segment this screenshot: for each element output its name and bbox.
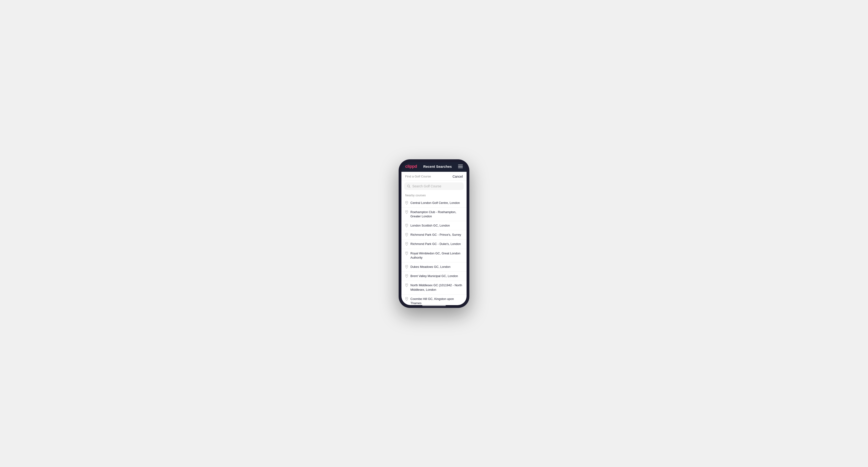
course-name: North Middlesex GC (1011942 - North Midd… — [410, 283, 463, 292]
location-pin-icon — [405, 252, 408, 255]
course-name: Richmond Park GC - Duke's, London — [410, 242, 461, 246]
svg-point-8 — [406, 266, 407, 267]
course-name: Central London Golf Centre, London — [410, 201, 460, 205]
phone-device: clippd Recent Searches Find a Golf Cours… — [399, 159, 469, 308]
find-header: Find a Golf Course Cancel — [401, 172, 467, 181]
app-logo: clippd — [405, 164, 417, 169]
location-pin-icon — [405, 274, 408, 278]
location-pin-icon — [405, 233, 408, 237]
svg-point-9 — [406, 275, 407, 276]
location-pin-icon — [405, 283, 408, 287]
svg-point-7 — [406, 252, 407, 253]
location-pin-icon — [405, 224, 408, 227]
cancel-button[interactable]: Cancel — [453, 175, 463, 178]
course-list-item[interactable]: Richmond Park GC - Prince's, Surrey — [401, 230, 467, 240]
course-name: Richmond Park GC - Prince's, Surrey — [410, 233, 461, 237]
search-input-box[interactable]: Search Golf Course — [404, 182, 464, 190]
svg-point-10 — [406, 284, 407, 285]
nearby-label: Nearby courses — [401, 192, 467, 198]
nearby-section: Nearby courses Central London Golf Centr… — [401, 192, 467, 305]
location-pin-icon — [405, 210, 408, 214]
search-container: Find a Golf Course Cancel Search Golf Co… — [401, 172, 467, 305]
course-name: Coombe Hill GC, Kingston upon Thames — [410, 297, 463, 305]
home-indicator — [422, 305, 446, 306]
course-list-item[interactable]: Dukes Meadows GC, London — [401, 262, 467, 272]
search-icon — [407, 185, 410, 188]
search-input-wrapper: Search Golf Course — [401, 181, 467, 192]
find-label: Find a Golf Course — [405, 175, 431, 178]
course-list-item[interactable]: Coombe Hill GC, Kingston upon Thames — [401, 294, 467, 305]
course-name: Brent Valley Municipal GC, London — [410, 274, 458, 278]
course-name: Dukes Meadows GC, London — [410, 265, 451, 269]
app-header: clippd Recent Searches — [401, 162, 467, 172]
svg-line-1 — [409, 187, 410, 188]
course-name: Royal Wimbledon GC, Great London Authori… — [410, 251, 463, 260]
svg-point-4 — [406, 225, 407, 225]
location-pin-icon — [405, 242, 408, 246]
page-background: clippd Recent Searches Find a Golf Cours… — [0, 0, 868, 467]
svg-point-6 — [406, 243, 407, 244]
header-title: Recent Searches — [423, 164, 452, 168]
menu-line-3 — [458, 167, 463, 168]
svg-point-5 — [406, 234, 407, 235]
svg-point-11 — [406, 298, 407, 299]
location-pin-icon — [405, 265, 408, 269]
menu-line-1 — [458, 165, 463, 165]
menu-line-2 — [458, 166, 463, 166]
course-list-item[interactable]: Richmond Park GC - Duke's, London — [401, 240, 467, 249]
course-list-item[interactable]: Roehampton Club - Roehampton, Greater Lo… — [401, 208, 467, 221]
course-name: London Scottish GC, London — [410, 223, 450, 228]
course-list-item[interactable]: Brent Valley Municipal GC, London — [401, 272, 467, 281]
course-name: Roehampton Club - Roehampton, Greater Lo… — [410, 210, 463, 219]
course-list-item[interactable]: Royal Wimbledon GC, Great London Authori… — [401, 249, 467, 262]
svg-point-2 — [406, 202, 407, 203]
menu-button[interactable] — [458, 165, 463, 168]
course-list: Central London Golf Centre, London Roeha… — [401, 198, 467, 305]
course-list-item[interactable]: North Middlesex GC (1011942 - North Midd… — [401, 281, 467, 294]
search-placeholder-text: Search Golf Course — [412, 184, 441, 188]
course-list-item[interactable]: Central London Golf Centre, London — [401, 198, 467, 208]
phone-screen: clippd Recent Searches Find a Golf Cours… — [401, 162, 467, 305]
location-pin-icon — [405, 297, 408, 301]
course-list-item[interactable]: London Scottish GC, London — [401, 221, 467, 230]
svg-point-3 — [406, 211, 407, 212]
location-pin-icon — [405, 201, 408, 205]
